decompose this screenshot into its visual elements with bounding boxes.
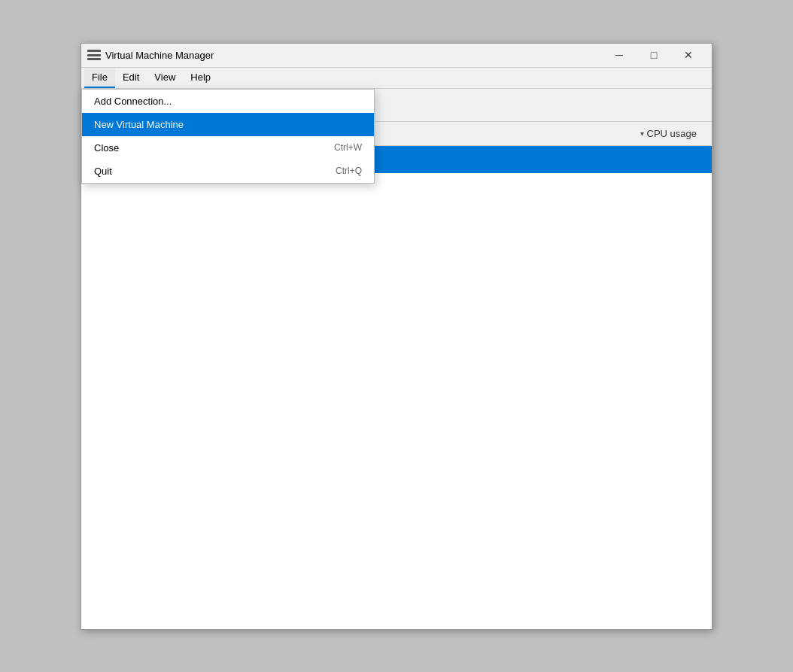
- menu-add-connection[interactable]: Add Connection...: [82, 90, 374, 113]
- cpu-column-label: CPU usage: [647, 128, 697, 139]
- window-title: Virtual Machine Manager: [105, 50, 602, 61]
- app-icon: [87, 50, 101, 60]
- menu-view-label: View: [154, 71, 175, 83]
- close-button[interactable]: ✕: [671, 43, 706, 67]
- close-shortcut: Ctrl+W: [334, 142, 362, 153]
- menu-item-view[interactable]: View: [147, 68, 183, 88]
- close-label: Close: [94, 142, 119, 154]
- menu-bar: File Edit View Help Add Connection... Ne…: [81, 68, 712, 89]
- quit-shortcut: Ctrl+Q: [336, 166, 362, 176]
- sort-arrow-icon: ▾: [640, 129, 644, 138]
- menu-close[interactable]: Close Ctrl+W: [82, 136, 374, 160]
- quit-label: Quit: [94, 166, 112, 177]
- window-controls: ─ □ ✕: [602, 43, 706, 67]
- menu-file-label: File: [92, 71, 108, 83]
- minimize-button[interactable]: ─: [602, 43, 637, 67]
- menu-item-edit[interactable]: Edit: [115, 68, 147, 88]
- menu-item-help[interactable]: Help: [183, 68, 218, 88]
- menu-quit[interactable]: Quit Ctrl+Q: [82, 160, 374, 183]
- file-dropdown-menu: Add Connection... New Virtual Machine Cl…: [81, 89, 375, 184]
- title-bar: Virtual Machine Manager ─ □ ✕: [81, 44, 712, 68]
- add-connection-label: Add Connection...: [94, 96, 172, 107]
- menu-help-label: Help: [190, 71, 211, 83]
- main-content: ▾ CPU usage: [81, 122, 712, 629]
- menu-edit-label: Edit: [123, 71, 139, 83]
- maximize-button[interactable]: □: [637, 43, 671, 67]
- main-window: Virtual Machine Manager ─ □ ✕ File Edit …: [81, 43, 712, 630]
- menu-item-file[interactable]: File: [84, 68, 115, 88]
- menu-new-vm[interactable]: New Virtual Machine: [82, 113, 374, 136]
- new-vm-label: New Virtual Machine: [94, 119, 184, 130]
